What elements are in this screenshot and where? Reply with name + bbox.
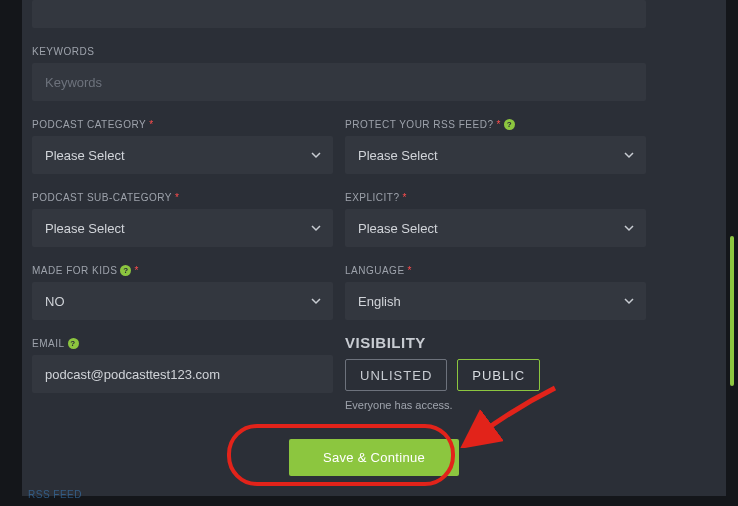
scrollbar-thumb[interactable]: [730, 236, 734, 386]
chevron-down-icon: [311, 223, 321, 233]
description-input-tail[interactable]: [32, 0, 646, 28]
rss-label: PROTECT YOUR RSS FEED?* ?: [345, 119, 646, 130]
form-panel: KEYWORDS PODCAST CATEGORY* Please Select…: [22, 0, 726, 496]
email-label: EMAIL ?: [32, 338, 333, 349]
email-input[interactable]: [32, 355, 333, 393]
visibility-title: VISIBILITY: [345, 334, 646, 351]
subcategory-select[interactable]: Please Select: [32, 209, 333, 247]
rss-feed-link[interactable]: RSS FEED: [28, 489, 82, 500]
chevron-down-icon: [311, 296, 321, 306]
language-label: LANGUAGE*: [345, 265, 646, 276]
chevron-down-icon: [624, 296, 634, 306]
visibility-public-button[interactable]: PUBLIC: [457, 359, 540, 391]
chevron-down-icon: [624, 223, 634, 233]
explicit-label: EXPLICIT?*: [345, 192, 646, 203]
kids-select[interactable]: NO: [32, 282, 333, 320]
rss-select[interactable]: Please Select: [345, 136, 646, 174]
subcategory-label: PODCAST SUB-CATEGORY*: [32, 192, 333, 203]
visibility-unlisted-button[interactable]: UNLISTED: [345, 359, 447, 391]
kids-label: MADE FOR KIDS ?*: [32, 265, 333, 276]
keywords-input[interactable]: [32, 63, 646, 101]
help-icon[interactable]: ?: [68, 338, 79, 349]
chevron-down-icon: [311, 150, 321, 160]
category-label: PODCAST CATEGORY*: [32, 119, 333, 130]
chevron-down-icon: [624, 150, 634, 160]
help-icon[interactable]: ?: [120, 265, 131, 276]
help-icon[interactable]: ?: [504, 119, 515, 130]
category-select[interactable]: Please Select: [32, 136, 333, 174]
language-select[interactable]: English: [345, 282, 646, 320]
keywords-label: KEYWORDS: [32, 46, 716, 57]
explicit-select[interactable]: Please Select: [345, 209, 646, 247]
save-continue-button[interactable]: Save & Continue: [289, 439, 459, 476]
visibility-help-text: Everyone has access.: [345, 399, 646, 411]
